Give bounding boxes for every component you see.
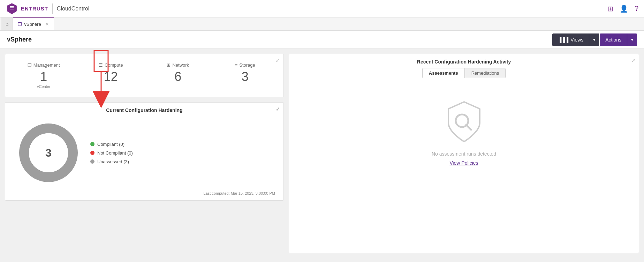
hardening-body: 3 Compliant (0) Not Compliant (0) Unasse… (10, 118, 279, 188)
tab-label: vSphere (24, 22, 41, 27)
main-content: ⤢ ❐ Management 1 vCenter ☰ Compute (0, 49, 644, 258)
hardening-title: Current Configuration Hardening (10, 107, 279, 113)
help-icon[interactable]: ? (635, 5, 638, 13)
management-count: 1 (40, 70, 47, 83)
topbar-right: ⊞ 👤 ? (607, 5, 638, 13)
compute-icon: ☰ (99, 62, 103, 68)
network-icon: ⊞ (167, 62, 171, 68)
hardening-card: ⤢ Current Configuration Hardening 3 (5, 102, 284, 201)
inventory-expand-icon[interactable]: ⤢ (276, 58, 280, 63)
inventory-compute[interactable]: ☰ Compute 12 (77, 59, 145, 92)
views-button[interactable]: ▐▐▐ Views (552, 33, 589, 46)
management-icon: ❐ (28, 62, 32, 68)
not-compliant-dot (90, 151, 94, 155)
inventory-management[interactable]: ❐ Management 1 vCenter (10, 59, 77, 92)
inventory-card: ⤢ ❐ Management 1 vCenter ☰ Compute (5, 54, 284, 97)
compliant-dot (90, 142, 94, 146)
view-policies-link[interactable]: View Policies (449, 160, 478, 166)
panel-expand-icon[interactable]: ⤢ (631, 58, 635, 63)
network-count: 6 (174, 70, 181, 83)
page-title: vSphere (7, 36, 32, 43)
compute-count: 12 (104, 70, 118, 83)
donut-chart: 3 (17, 121, 80, 184)
legend-not-compliant: Not Compliant (0) (90, 150, 133, 156)
tab-assessments[interactable]: Assessments (422, 68, 465, 78)
views-caret-button[interactable]: ▼ (589, 33, 599, 46)
left-column: ⤢ ❐ Management 1 vCenter ☰ Compute (5, 54, 284, 253)
topbar: ENTRUST CloudControl ⊞ 👤 ? (0, 0, 644, 17)
actions-caret-button[interactable]: ▼ (627, 33, 637, 46)
svg-rect-3 (10, 6, 14, 7)
entrust-wordmark: ENTRUST (21, 6, 48, 12)
activity-empty-state: No assessment runs detected View Policie… (289, 85, 639, 180)
not-compliant-label: Not Compliant (0) (97, 150, 133, 156)
header-actions: ▐▐▐ Views ▼ Actions ▼ (552, 33, 637, 46)
hardening-expand-icon[interactable]: ⤢ (276, 106, 280, 112)
no-assessment-text: No assessment runs detected (432, 151, 496, 157)
vsphere-tab[interactable]: ❐ vSphere ✕ (13, 17, 54, 30)
storage-count: 3 (242, 70, 249, 83)
views-bar-icon: ▐▐▐ (558, 37, 568, 43)
management-label: ❐ Management (28, 62, 60, 68)
home-icon: ⌂ (6, 21, 8, 27)
legend-compliant: Compliant (0) (90, 142, 133, 147)
inventory-grid: ❐ Management 1 vCenter ☰ Compute 12 (10, 59, 279, 92)
unassessed-dot (90, 159, 94, 164)
home-tab[interactable]: ⌂ (1, 17, 13, 30)
actions-button[interactable]: Actions (600, 33, 627, 46)
last-computed-text: Last computed: Mar 15, 2023, 3:00:00 PM (10, 191, 279, 195)
app-title: CloudControl (57, 6, 89, 12)
tabbar: ⌂ ❐ vSphere ✕ (0, 17, 644, 31)
storage-icon: ≡ (235, 62, 238, 68)
activity-panel-title: Recent Configuration Hardening Activity (289, 54, 639, 68)
storage-label: ≡ Storage (235, 62, 255, 68)
donut-center-value: 3 (45, 147, 52, 159)
inventory-network[interactable]: ⊞ Network 6 (144, 59, 212, 92)
unassessed-label: Unassessed (3) (97, 159, 129, 164)
activity-tabs: Assessments Remediations (289, 68, 639, 78)
network-label: ⊞ Network (167, 62, 189, 68)
tab-close-button[interactable]: ✕ (45, 22, 49, 27)
tab-icon: ❐ (18, 22, 22, 27)
tab-remediations[interactable]: Remediations (465, 68, 506, 78)
legend-unassessed: Unassessed (3) (90, 159, 133, 164)
hardening-legend: Compliant (0) Not Compliant (0) Unassess… (90, 142, 133, 164)
inventory-storage[interactable]: ≡ Storage 3 (212, 59, 279, 92)
user-icon[interactable]: 👤 (620, 5, 628, 13)
svg-rect-2 (10, 9, 14, 9)
page-header: vSphere ▐▐▐ Views ▼ Actions ▼ (0, 31, 644, 49)
compliant-label: Compliant (0) (97, 142, 124, 147)
compute-label: ☰ Compute (99, 62, 123, 68)
activity-panel: ⤢ Recent Configuration Hardening Activit… (289, 54, 639, 253)
shield-search-icon (443, 99, 485, 145)
topbar-left: ENTRUST CloudControl (6, 2, 89, 15)
management-sublabel: vCenter (37, 84, 51, 89)
svg-line-10 (466, 125, 471, 130)
entrust-logo (6, 2, 18, 15)
svg-rect-1 (10, 7, 14, 8)
logo-area: ENTRUST (6, 2, 48, 15)
nav-divider (52, 3, 53, 14)
apps-icon[interactable]: ⊞ (607, 5, 613, 13)
